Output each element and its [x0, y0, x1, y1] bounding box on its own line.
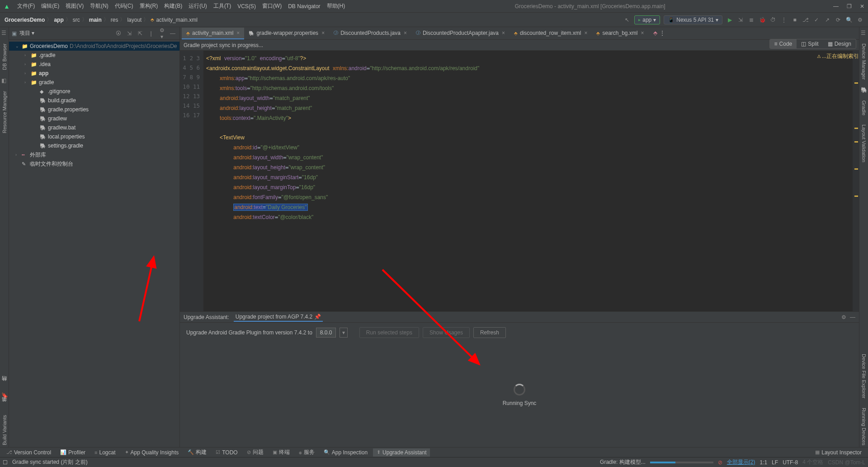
- terminal-tool[interactable]: ▣终端: [269, 448, 293, 457]
- run-config-combo[interactable]: app▾: [634, 15, 660, 24]
- search-icon[interactable]: 🔍: [845, 16, 853, 24]
- editor-tab-gradle-wrapper.properties[interactable]: 🐘gradle-wrapper.properties×: [244, 28, 329, 39]
- app-inspection-tool[interactable]: 🔍App Inspection: [320, 448, 371, 457]
- debug-attach-icon[interactable]: ⇲: [737, 16, 744, 24]
- menu-tools[interactable]: 工具(T): [212, 1, 233, 11]
- menu-refactor[interactable]: 重构(R): [138, 1, 160, 11]
- menu-view[interactable]: 视图(V): [64, 1, 85, 11]
- tree-node-settings.gradle[interactable]: 🐘settings.gradle: [9, 141, 179, 150]
- tree-node-.idea[interactable]: ›📁.idea: [9, 60, 179, 69]
- minimize-icon[interactable]: —: [833, 3, 839, 10]
- project-view-label[interactable]: 项目 ▾: [19, 29, 112, 37]
- run-steps-button[interactable]: Run selected steps: [359, 327, 419, 338]
- tree-node-gradlew[interactable]: 🐘gradlew: [9, 114, 179, 123]
- debug-icon[interactable]: 🐞: [759, 16, 766, 24]
- run-icon[interactable]: ▶: [726, 16, 733, 24]
- maximize-icon[interactable]: ❐: [847, 3, 852, 10]
- editor-tab-activity_main.xml[interactable]: ⬘activity_main.xml×: [182, 28, 244, 39]
- build-variants-tab[interactable]: Build Variants: [2, 413, 7, 447]
- layout-inspector-tool[interactable]: ▦Layout Inspector: [811, 448, 865, 457]
- structure-tab[interactable]: 结构: [1, 383, 8, 387]
- db-browser-tab[interactable]: DB Browser: [2, 42, 7, 72]
- tab-overflow[interactable]: ⬘ ⋮: [649, 28, 670, 39]
- agp-version-dropdown[interactable]: ▾: [340, 328, 348, 338]
- git-push-icon[interactable]: ↗: [824, 16, 831, 24]
- resource-manager-tab[interactable]: Resource Manager: [2, 89, 7, 135]
- menu-vcs[interactable]: VCS(S): [236, 2, 258, 10]
- project-tree[interactable]: ⌄📁GroceriesDemo D:\AndroidTool\AndroidPr…: [9, 40, 179, 447]
- running-devices-tab[interactable]: Running Devices: [861, 406, 867, 447]
- tree-node-外部库[interactable]: ›╍外部库: [9, 150, 179, 159]
- gradle-icon[interactable]: 🐘: [861, 87, 867, 93]
- tree-node-gradle.properties[interactable]: 🐘gradle.properties: [9, 105, 179, 114]
- split-view-btn[interactable]: ◫ Split: [797, 39, 823, 48]
- tree-node-gradle[interactable]: ›📁gradle: [9, 78, 179, 87]
- editor-tab-discounted_row_item.xml[interactable]: ⬘discounted_row_item.xml×: [509, 28, 592, 39]
- breadcrumb[interactable]: GroceriesDemo〉 app〉 src〉 main〉 res〉 layo…: [5, 16, 198, 24]
- agp-version-input[interactable]: 8.0.0: [316, 328, 336, 338]
- status-icon[interactable]: ☐: [3, 459, 8, 466]
- git-branch-icon[interactable]: ⎇: [802, 16, 809, 24]
- menu-dbnav[interactable]: DB Navigator: [286, 2, 322, 10]
- build-tool[interactable]: 🔨构建: [184, 448, 210, 457]
- db-icon[interactable]: ☰: [1, 30, 8, 36]
- gradle-tab[interactable]: Gradle: [861, 99, 867, 117]
- todo-tool[interactable]: ☑TODO: [212, 448, 241, 457]
- device-manager-tab[interactable]: Device Manager: [861, 42, 867, 81]
- res-icon[interactable]: ◧: [1, 77, 8, 84]
- problems-tool[interactable]: ⊘问题: [243, 448, 267, 457]
- tree-node-GroceriesDemo[interactable]: ⌄📁GroceriesDemo D:\AndroidTool\AndroidPr…: [9, 42, 179, 51]
- more-icon[interactable]: ⋮: [780, 16, 788, 24]
- locate-icon[interactable]: ⦿: [114, 30, 123, 37]
- menu-run[interactable]: 运行(U): [187, 1, 209, 11]
- tree-node-app[interactable]: ›📁app: [9, 69, 179, 78]
- code-content[interactable]: <?xml version="1.0" encoding="utf-8"?> <…: [203, 51, 853, 311]
- upgrade-tab[interactable]: Upgrade project from AGP 7.4.2 📌: [234, 313, 323, 322]
- git-commit-icon[interactable]: ✓: [813, 16, 820, 24]
- encoding[interactable]: UTF-8: [783, 459, 798, 466]
- refresh-button[interactable]: Refresh: [473, 327, 506, 338]
- tree-node-.gradle[interactable]: ›📁.gradle: [9, 51, 179, 60]
- show-usages-button[interactable]: Show Usages: [423, 327, 470, 338]
- caret-pos[interactable]: 1:1: [760, 459, 767, 466]
- layout-validation-tab[interactable]: Layout Validation: [861, 123, 867, 164]
- profiler-tool[interactable]: 📊Profiler: [57, 448, 89, 457]
- menu-code[interactable]: 代码(C): [113, 1, 135, 11]
- error-stripe[interactable]: 正在编制索引... ⚠: [853, 51, 859, 311]
- bookmarks-tab[interactable]: 书签: [1, 404, 8, 408]
- menu-window[interactable]: 窗口(W): [260, 1, 283, 11]
- sync-icon[interactable]: ⟳: [835, 16, 842, 24]
- tree-node-.gitignore[interactable]: ◆.gitignore: [9, 87, 179, 96]
- code-editor[interactable]: 1 2 3 4 5 6 7 8 9 10 11 12 13 14 15 16 1…: [180, 51, 859, 311]
- editor-tab-DiscountedProducts.java[interactable]: ⒿDiscountedProducts.java×: [329, 28, 411, 39]
- coverage-icon[interactable]: ≣: [748, 16, 755, 24]
- menu-help[interactable]: 帮助(H): [325, 1, 347, 11]
- tab-close-icon[interactable]: ×: [321, 30, 325, 36]
- hide-icon[interactable]: —: [169, 30, 177, 37]
- quality-tool[interactable]: ✦App Quality Insights: [121, 448, 183, 457]
- collapse-icon[interactable]: ⇱: [136, 30, 144, 37]
- code-view-btn[interactable]: ≡ Code: [770, 39, 797, 48]
- menu-file[interactable]: 文件(F): [15, 1, 37, 11]
- bookmark-icon[interactable]: 🔖: [1, 392, 8, 399]
- device-file-explorer-tab[interactable]: Device File Explorer: [861, 352, 867, 400]
- tab-close-icon[interactable]: ×: [641, 30, 644, 36]
- device-combo[interactable]: 📱Nexus 5 API 31▾: [664, 15, 722, 24]
- progress-cancel-icon[interactable]: ⊘: [718, 459, 722, 466]
- tab-close-icon[interactable]: ×: [584, 30, 587, 36]
- tab-close-icon[interactable]: ×: [236, 30, 240, 36]
- progress-bar[interactable]: [650, 462, 713, 463]
- vcs-tool[interactable]: ⎇Version Control: [3, 448, 55, 457]
- expand-icon[interactable]: ⇲: [125, 30, 133, 37]
- menu-nav[interactable]: 导航(N): [88, 1, 110, 11]
- back-icon[interactable]: ↖: [623, 16, 631, 24]
- show-all-link[interactable]: 全部显示(2): [727, 458, 755, 466]
- services-tool[interactable]: ⎈服务: [295, 448, 318, 457]
- settings-icon[interactable]: ⚙: [856, 16, 863, 24]
- editor-tab-DiscountedProductApapter.java[interactable]: ⒿDiscountedProductApapter.java×: [411, 28, 509, 39]
- menu-edit[interactable]: 编辑(E): [39, 1, 61, 11]
- tab-close-icon[interactable]: ×: [502, 30, 505, 36]
- menu-build[interactable]: 构建(B): [162, 1, 184, 11]
- tree-node-临时文件和控制台[interactable]: ✎临时文件和控制台: [9, 159, 179, 168]
- design-view-btn[interactable]: ▦ Design: [823, 39, 856, 48]
